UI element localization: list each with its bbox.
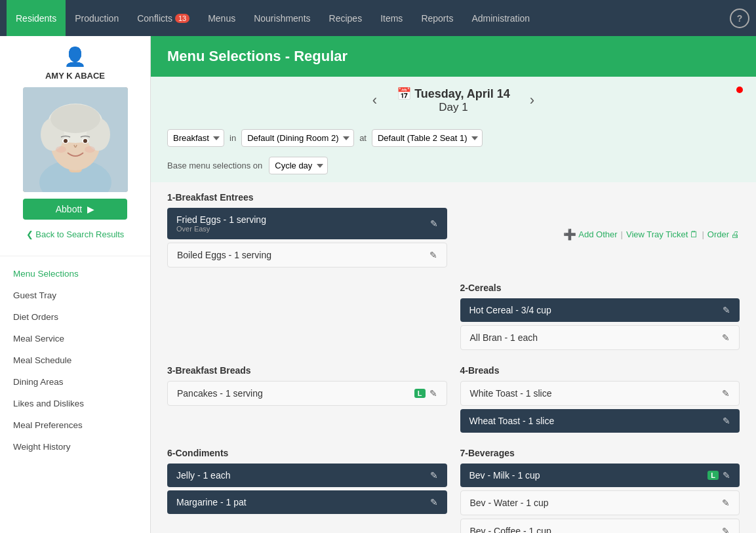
jelly-label: Jelly - 1 each [176, 470, 230, 481]
bev-coffee-edit-icon[interactable]: ✎ [722, 526, 730, 533]
page-title: Menu Selections - Regular [167, 48, 740, 65]
nav-items[interactable]: Items [371, 0, 412, 36]
hot-cereal-edit-icon[interactable]: ✎ [723, 305, 730, 315]
fried-eggs-subtitle: Over Easy [176, 225, 430, 233]
sidebar-item-guest-tray[interactable]: Guest Tray [0, 285, 150, 306]
breakfast-breads-title: 3-Breakfast Breads [167, 365, 447, 376]
fried-eggs-item: Fried Eggs - 1 serving Over Easy ✎ [167, 208, 447, 239]
bev-water-item: Bev - Water - 1 cup ✎ [460, 490, 740, 515]
back-to-search-link[interactable]: Back to Search Results [10, 226, 140, 246]
nav-reports[interactable]: Reports [412, 0, 462, 36]
prev-date-button[interactable]: ‹ [366, 89, 384, 112]
all-bran-label: All Bran - 1 each [470, 332, 538, 343]
sidebar-item-diet-orders[interactable]: Diet Orders [0, 306, 150, 328]
conflicts-badge: 13 [175, 14, 189, 23]
sidebar-username: AMY K ABACE [10, 71, 140, 81]
view-tray-ticket-link[interactable]: View Tray Ticket 🗒 [626, 229, 698, 239]
seat-select[interactable]: Default (Table 2 Seat 1) [372, 129, 483, 147]
pancakes-item: Pancakes - 1 serving L ✎ [167, 381, 447, 406]
breads-section: 4-Breads White Toast - 1 slice ✎ Wheat T… [460, 365, 740, 436]
bev-coffee-item: Bev - Coffee - 1 cup ✎ [460, 519, 740, 533]
order-link[interactable]: Order 🖨 [707, 229, 740, 239]
white-toast-edit-icon[interactable]: ✎ [722, 388, 730, 399]
nav-production[interactable]: Production [66, 0, 128, 36]
white-toast-item: White Toast - 1 slice ✎ [460, 381, 740, 406]
breakfast-entrees-title: 1-Breakfast Entrees [167, 192, 447, 203]
nav-administration[interactable]: Administration [462, 0, 539, 36]
boiled-eggs-label: Boiled Eggs - 1 serving [177, 250, 271, 260]
cereals-section: 2-Cereals Hot Cereal - 3/4 cup ✎ All Bra… [460, 283, 740, 353]
day-display: Day 1 [397, 101, 510, 114]
pancakes-label: Pancakes - 1 serving [177, 388, 263, 399]
sidebar-item-meal-service[interactable]: Meal Service [0, 328, 150, 349]
action-bar: ➕ Add Other | View Tray Ticket 🗒 | Order… [460, 192, 740, 276]
bev-coffee-label: Bev - Coffee - 1 cup [470, 526, 551, 533]
wheat-toast-item: Wheat Toast - 1 slice ✎ [460, 409, 740, 433]
sidebar-item-meal-schedule[interactable]: Meal Schedule [0, 349, 150, 371]
white-toast-label: White Toast - 1 slice [470, 388, 552, 399]
margarine-label: Margarine - 1 pat [176, 497, 247, 507]
bev-milk-badge: L [707, 471, 719, 480]
sidebar-item-likes-dislikes[interactable]: Likes and Dislikes [0, 393, 150, 414]
sidebar-item-menu-selections[interactable]: Menu Selections [0, 263, 150, 285]
bev-water-edit-icon[interactable]: ✎ [722, 498, 730, 508]
boiled-eggs-edit-icon[interactable]: ✎ [429, 250, 437, 260]
bev-milk-label: Bev - Milk - 1 cup [469, 470, 540, 481]
top-navigation: Residents Production Conflicts 13 Menus … [0, 0, 756, 36]
pancakes-edit-icon[interactable]: ✎ [429, 388, 437, 399]
svg-point-11 [83, 139, 87, 143]
jelly-item: Jelly - 1 each ✎ [167, 464, 447, 487]
nav-nourishments[interactable]: Nourishments [245, 0, 319, 36]
bev-water-label: Bev - Water - 1 cup [470, 498, 549, 508]
filters-bar: Breakfast Lunch Dinner in Default (Dinin… [151, 124, 756, 157]
next-date-button[interactable]: › [523, 89, 541, 112]
main-content: Menu Selections - Regular ‹ 📅 Tuesday, A… [151, 36, 756, 533]
sidebar-item-weight-history[interactable]: Weight History [0, 436, 150, 458]
condiments-section: 6-Condiments Jelly - 1 each ✎ Margarine … [167, 448, 447, 533]
beverages-title: 7-Beverages [460, 448, 740, 458]
margarine-edit-icon[interactable]: ✎ [430, 497, 438, 507]
nav-menus[interactable]: Menus [199, 0, 245, 36]
all-bran-item: All Bran - 1 each ✎ [460, 325, 740, 350]
sidebar-menu: Menu Selections Guest Tray Diet Orders M… [0, 256, 150, 464]
user-icon: 👤 [10, 46, 140, 68]
date-navigation: ‹ 📅 Tuesday, April 14 Day 1 › [151, 77, 756, 124]
nav-residents[interactable]: Residents [7, 0, 66, 36]
bev-milk-edit-icon[interactable]: ✎ [723, 470, 730, 481]
sidebar-user-section: 👤 AMY K ABACE [0, 36, 150, 256]
svg-point-7 [50, 104, 100, 133]
help-button[interactable]: ? [730, 9, 749, 28]
nav-recipes[interactable]: Recipes [320, 0, 372, 36]
cycle-day-select[interactable]: Cycle day [269, 157, 328, 174]
add-other-link[interactable]: ➕ Add Other [563, 228, 617, 241]
main-layout: 👤 AMY K ABACE [0, 36, 756, 533]
calendar-icon: 📅 [397, 87, 411, 100]
breakfast-breads-section: 3-Breakfast Breads Pancakes - 1 serving … [167, 365, 447, 436]
fried-eggs-edit-icon[interactable]: ✎ [430, 218, 438, 229]
nav-conflicts[interactable]: Conflicts 13 [128, 0, 199, 36]
abbott-button[interactable]: Abbott ▶ [23, 199, 127, 220]
wheat-toast-label: Wheat Toast - 1 slice [469, 416, 555, 426]
sidebar-item-meal-preferences[interactable]: Meal Preferences [0, 414, 150, 436]
base-menu-bar: Base menu selections on Cycle day [151, 157, 756, 182]
dining-room-select[interactable]: Default (Dining Room 2) [241, 129, 354, 147]
pancakes-badge: L [414, 389, 426, 398]
breads-title: 4-Breads [460, 365, 740, 376]
menu-grid: 1-Breakfast Entrees Fried Eggs - 1 servi… [151, 182, 756, 533]
breakfast-entrees-section: 1-Breakfast Entrees Fried Eggs - 1 servi… [167, 192, 447, 271]
boiled-eggs-item: Boiled Eggs - 1 serving ✎ [167, 243, 447, 267]
fried-eggs-label: Fried Eggs - 1 serving [176, 214, 266, 225]
wheat-toast-edit-icon[interactable]: ✎ [723, 416, 730, 426]
at-label: at [359, 133, 367, 143]
jelly-edit-icon[interactable]: ✎ [430, 470, 438, 481]
bev-milk-item: Bev - Milk - 1 cup L ✎ [460, 464, 740, 487]
in-label: in [229, 133, 236, 143]
margarine-item: Margarine - 1 pat ✎ [167, 490, 447, 514]
svg-point-13 [85, 146, 95, 153]
alert-dot [736, 87, 743, 93]
page-header: Menu Selections - Regular [151, 36, 756, 77]
svg-point-12 [56, 146, 66, 153]
all-bran-edit-icon[interactable]: ✎ [722, 332, 730, 343]
sidebar-item-dining-areas[interactable]: Dining Areas [0, 371, 150, 393]
meal-select[interactable]: Breakfast Lunch Dinner [167, 129, 224, 147]
